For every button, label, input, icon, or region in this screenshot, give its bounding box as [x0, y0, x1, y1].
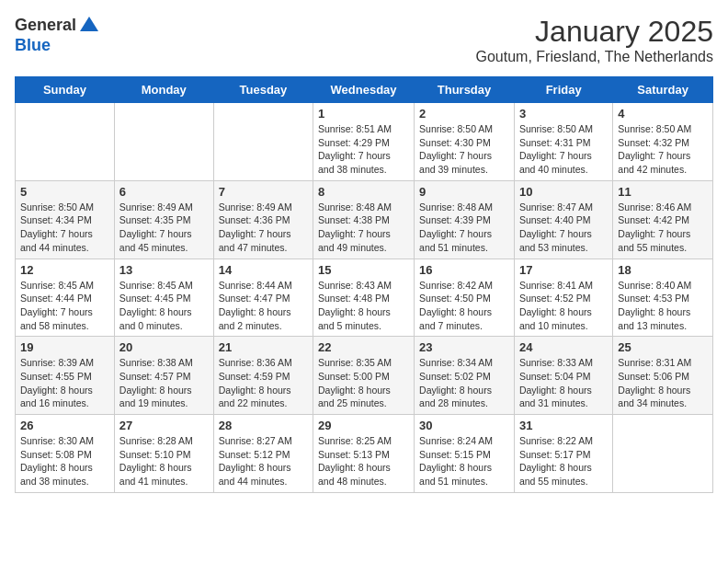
day-info: Sunrise: 8:48 AMSunset: 4:39 PMDaylight:…	[419, 201, 509, 255]
day-info: Sunrise: 8:22 AMSunset: 5:17 PMDaylight:…	[519, 434, 608, 488]
calendar-week-row: 26Sunrise: 8:30 AMSunset: 5:08 PMDayligh…	[16, 415, 713, 493]
day-number: 14	[219, 263, 308, 277]
calendar-cell: 13Sunrise: 8:45 AMSunset: 4:45 PMDayligh…	[114, 259, 213, 337]
calendar-cell: 24Sunrise: 8:33 AMSunset: 5:04 PMDayligh…	[514, 337, 612, 415]
calendar-week-row: 12Sunrise: 8:45 AMSunset: 4:44 PMDayligh…	[16, 259, 713, 337]
calendar-table: SundayMondayTuesdayWednesdayThursdayFrid…	[15, 76, 713, 493]
calendar-cell: 4Sunrise: 8:50 AMSunset: 4:32 PMDaylight…	[613, 103, 713, 181]
calendar-cell: 27Sunrise: 8:28 AMSunset: 5:10 PMDayligh…	[114, 415, 213, 493]
calendar-week-row: 19Sunrise: 8:39 AMSunset: 4:55 PMDayligh…	[16, 337, 713, 415]
day-info: Sunrise: 8:35 AMSunset: 5:00 PMDaylight:…	[318, 356, 409, 410]
calendar-cell: 1Sunrise: 8:51 AMSunset: 4:29 PMDaylight…	[313, 103, 415, 181]
calendar-cell: 5Sunrise: 8:50 AMSunset: 4:34 PMDaylight…	[16, 180, 115, 259]
calendar-cell: 31Sunrise: 8:22 AMSunset: 5:17 PMDayligh…	[514, 415, 612, 493]
day-number: 9	[419, 185, 509, 199]
day-number: 12	[20, 263, 109, 277]
logo-blue: Blue	[15, 37, 100, 55]
calendar-cell: 14Sunrise: 8:44 AMSunset: 4:47 PMDayligh…	[213, 259, 313, 337]
weekday-header-sunday: Sunday	[16, 77, 115, 103]
day-number: 27	[119, 419, 209, 432]
title-section: January 2025 Goutum, Friesland, The Neth…	[476, 15, 714, 65]
day-info: Sunrise: 8:49 AMSunset: 4:35 PMDaylight:…	[119, 201, 209, 255]
calendar-cell: 8Sunrise: 8:48 AMSunset: 4:38 PMDaylight…	[313, 180, 415, 259]
day-number: 3	[519, 107, 608, 121]
logo: General Blue	[15, 15, 100, 55]
calendar-cell	[16, 103, 115, 181]
day-number: 11	[618, 185, 708, 199]
day-number: 17	[519, 263, 608, 277]
day-info: Sunrise: 8:25 AMSunset: 5:13 PMDaylight:…	[318, 434, 409, 488]
weekday-header-monday: Monday	[114, 77, 213, 103]
day-number: 18	[618, 263, 708, 277]
calendar-week-row: 5Sunrise: 8:50 AMSunset: 4:34 PMDaylight…	[16, 180, 713, 259]
day-number: 24	[519, 340, 608, 354]
day-number: 31	[519, 419, 608, 432]
day-number: 2	[419, 107, 509, 121]
calendar-cell: 15Sunrise: 8:43 AMSunset: 4:48 PMDayligh…	[313, 259, 415, 337]
day-info: Sunrise: 8:49 AMSunset: 4:36 PMDaylight:…	[219, 201, 308, 255]
day-number: 15	[318, 263, 409, 277]
calendar-cell: 28Sunrise: 8:27 AMSunset: 5:12 PMDayligh…	[213, 415, 313, 493]
calendar-cell: 22Sunrise: 8:35 AMSunset: 5:00 PMDayligh…	[313, 337, 415, 415]
weekday-header-thursday: Thursday	[415, 77, 515, 103]
calendar-cell: 18Sunrise: 8:40 AMSunset: 4:53 PMDayligh…	[613, 259, 713, 337]
calendar-cell: 29Sunrise: 8:25 AMSunset: 5:13 PMDayligh…	[313, 415, 415, 493]
day-info: Sunrise: 8:38 AMSunset: 4:57 PMDaylight:…	[119, 356, 209, 410]
day-info: Sunrise: 8:41 AMSunset: 4:52 PMDaylight:…	[519, 279, 608, 333]
day-info: Sunrise: 8:50 AMSunset: 4:30 PMDaylight:…	[419, 122, 509, 177]
calendar-cell	[213, 103, 313, 181]
svg-marker-0	[80, 17, 98, 31]
day-number: 20	[119, 340, 209, 354]
day-info: Sunrise: 8:39 AMSunset: 4:55 PMDaylight:…	[20, 356, 109, 410]
day-info: Sunrise: 8:44 AMSunset: 4:47 PMDaylight:…	[219, 279, 308, 333]
day-info: Sunrise: 8:51 AMSunset: 4:29 PMDaylight:…	[318, 122, 409, 177]
calendar-cell	[114, 103, 213, 181]
day-info: Sunrise: 8:48 AMSunset: 4:38 PMDaylight:…	[318, 201, 409, 255]
day-number: 25	[618, 340, 708, 354]
calendar-cell: 17Sunrise: 8:41 AMSunset: 4:52 PMDayligh…	[514, 259, 612, 337]
day-number: 23	[419, 340, 509, 354]
day-info: Sunrise: 8:42 AMSunset: 4:50 PMDaylight:…	[419, 279, 509, 333]
day-info: Sunrise: 8:27 AMSunset: 5:12 PMDaylight:…	[219, 434, 308, 488]
day-number: 7	[219, 185, 308, 199]
calendar-cell: 30Sunrise: 8:24 AMSunset: 5:15 PMDayligh…	[415, 415, 515, 493]
calendar-cell: 16Sunrise: 8:42 AMSunset: 4:50 PMDayligh…	[415, 259, 515, 337]
calendar-cell: 10Sunrise: 8:47 AMSunset: 4:40 PMDayligh…	[514, 180, 612, 259]
calendar-cell: 20Sunrise: 8:38 AMSunset: 4:57 PMDayligh…	[114, 337, 213, 415]
month-title: January 2025	[476, 15, 714, 49]
day-number: 4	[618, 107, 708, 121]
day-number: 19	[20, 340, 109, 354]
day-info: Sunrise: 8:34 AMSunset: 5:02 PMDaylight:…	[419, 356, 509, 410]
day-info: Sunrise: 8:50 AMSunset: 4:32 PMDaylight:…	[618, 122, 708, 177]
day-info: Sunrise: 8:50 AMSunset: 4:31 PMDaylight:…	[519, 122, 608, 177]
day-number: 1	[318, 107, 409, 121]
calendar-cell: 23Sunrise: 8:34 AMSunset: 5:02 PMDayligh…	[415, 337, 515, 415]
logo-general: General	[15, 17, 76, 35]
calendar-cell	[613, 415, 713, 493]
day-number: 6	[119, 185, 209, 199]
calendar-cell: 2Sunrise: 8:50 AMSunset: 4:30 PMDaylight…	[415, 103, 515, 181]
day-info: Sunrise: 8:43 AMSunset: 4:48 PMDaylight:…	[318, 279, 409, 333]
logo-icon	[78, 15, 100, 37]
day-number: 21	[219, 340, 308, 354]
calendar-cell: 12Sunrise: 8:45 AMSunset: 4:44 PMDayligh…	[16, 259, 115, 337]
day-number: 16	[419, 263, 509, 277]
day-info: Sunrise: 8:24 AMSunset: 5:15 PMDaylight:…	[419, 434, 509, 488]
calendar-cell: 21Sunrise: 8:36 AMSunset: 4:59 PMDayligh…	[213, 337, 313, 415]
calendar-cell: 7Sunrise: 8:49 AMSunset: 4:36 PMDaylight…	[213, 180, 313, 259]
day-info: Sunrise: 8:50 AMSunset: 4:34 PMDaylight:…	[20, 201, 109, 255]
day-info: Sunrise: 8:46 AMSunset: 4:42 PMDaylight:…	[618, 201, 708, 255]
calendar-week-row: 1Sunrise: 8:51 AMSunset: 4:29 PMDaylight…	[16, 103, 713, 181]
calendar-cell: 11Sunrise: 8:46 AMSunset: 4:42 PMDayligh…	[613, 180, 713, 259]
weekday-header-friday: Friday	[514, 77, 612, 103]
calendar-cell: 9Sunrise: 8:48 AMSunset: 4:39 PMDaylight…	[415, 180, 515, 259]
calendar-cell: 19Sunrise: 8:39 AMSunset: 4:55 PMDayligh…	[16, 337, 115, 415]
day-number: 5	[20, 185, 109, 199]
day-info: Sunrise: 8:33 AMSunset: 5:04 PMDaylight:…	[519, 356, 608, 410]
day-info: Sunrise: 8:40 AMSunset: 4:53 PMDaylight:…	[618, 279, 708, 333]
day-info: Sunrise: 8:36 AMSunset: 4:59 PMDaylight:…	[219, 356, 308, 410]
day-number: 29	[318, 419, 409, 432]
day-number: 10	[519, 185, 608, 199]
day-number: 22	[318, 340, 409, 354]
weekday-header-row: SundayMondayTuesdayWednesdayThursdayFrid…	[16, 77, 713, 103]
